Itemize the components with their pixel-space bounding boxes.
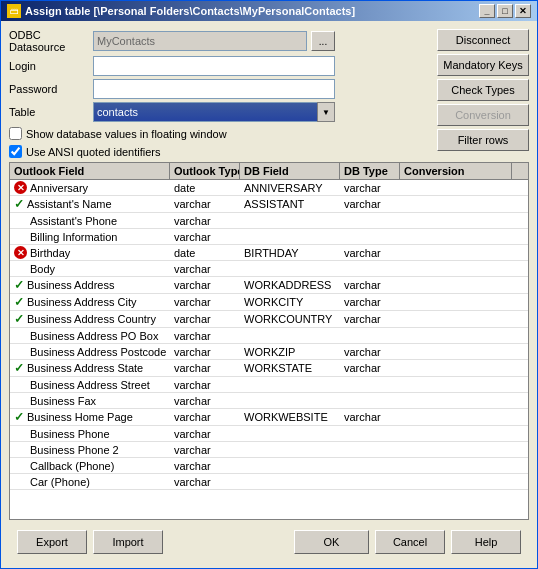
help-button[interactable]: Help bbox=[451, 530, 521, 554]
table-row[interactable]: Billing Information varchar bbox=[10, 229, 528, 245]
cell-conversion bbox=[400, 416, 528, 418]
table-row[interactable]: ✓ Business Address State varchar WORKSTA… bbox=[10, 360, 528, 377]
check-icon: ✓ bbox=[14, 278, 24, 292]
cell-outlook-field: Billing Information bbox=[10, 229, 170, 244]
cell-db-field bbox=[240, 449, 340, 451]
odbc-label: ODBC Datasource bbox=[9, 29, 89, 53]
cell-outlook-field: Business Address Postcode bbox=[10, 344, 170, 359]
table-select[interactable]: contacts bbox=[93, 102, 335, 122]
cell-db-type bbox=[340, 220, 400, 222]
cell-outlook-type: varchar bbox=[170, 197, 240, 211]
check-icon: ✓ bbox=[14, 197, 24, 211]
cell-db-type: varchar bbox=[340, 246, 400, 260]
cell-db-type: varchar bbox=[340, 361, 400, 375]
cell-db-field bbox=[240, 481, 340, 483]
export-button[interactable]: Export bbox=[17, 530, 87, 554]
password-row: Password bbox=[9, 79, 335, 99]
table-row[interactable]: Business Phone 2 varchar bbox=[10, 442, 528, 458]
filter-rows-button[interactable]: Filter rows bbox=[437, 129, 529, 151]
blank-icon bbox=[14, 394, 27, 407]
password-input[interactable] bbox=[93, 79, 335, 99]
floating-window-checkbox[interactable] bbox=[9, 127, 22, 140]
cell-db-type bbox=[340, 449, 400, 451]
cell-conversion bbox=[400, 236, 528, 238]
cell-conversion bbox=[400, 301, 528, 303]
cell-outlook-field: ✓ Business Address bbox=[10, 277, 170, 293]
odbc-input[interactable] bbox=[93, 31, 307, 51]
cell-db-field: BIRTHDAY bbox=[240, 246, 340, 260]
cell-conversion bbox=[400, 351, 528, 353]
import-button[interactable]: Import bbox=[93, 530, 163, 554]
table-row[interactable]: Business Fax varchar bbox=[10, 393, 528, 409]
browse-button[interactable]: ... bbox=[311, 31, 335, 51]
cell-db-field: ASSISTANT bbox=[240, 197, 340, 211]
table-row[interactable]: Business Address Street varchar bbox=[10, 377, 528, 393]
table-row[interactable]: ✕ Birthday date BIRTHDAY varchar bbox=[10, 245, 528, 261]
title-controls: _ □ ✕ bbox=[479, 4, 531, 18]
cell-outlook-field: Body bbox=[10, 261, 170, 276]
cancel-button[interactable]: Cancel bbox=[375, 530, 445, 554]
cell-conversion bbox=[400, 465, 528, 467]
col-conversion: Conversion bbox=[400, 163, 512, 179]
maximize-button[interactable]: □ bbox=[497, 4, 513, 18]
table-row[interactable]: Business Phone varchar bbox=[10, 426, 528, 442]
table-body[interactable]: ✕ Anniversary date ANNIVERSARY varchar ✓… bbox=[10, 180, 528, 519]
minimize-button[interactable]: _ bbox=[479, 4, 495, 18]
cell-outlook-field: Business Fax bbox=[10, 393, 170, 408]
scrollbar-spacer bbox=[512, 163, 528, 179]
table-row[interactable]: ✓ Assistant's Name varchar ASSISTANT var… bbox=[10, 196, 528, 213]
cell-outlook-field: ✓ Assistant's Name bbox=[10, 196, 170, 212]
disconnect-button[interactable]: Disconnect bbox=[437, 29, 529, 51]
cell-db-field bbox=[240, 335, 340, 337]
ansi-quoted-checkbox[interactable] bbox=[9, 145, 22, 158]
cell-conversion bbox=[400, 252, 528, 254]
blank-icon bbox=[14, 329, 27, 342]
content-area: ODBC Datasource ... Login Password Table bbox=[1, 21, 537, 568]
cell-db-field bbox=[240, 465, 340, 467]
cell-outlook-field: Business Phone 2 bbox=[10, 442, 170, 457]
bottom-left-buttons: Export Import bbox=[17, 530, 163, 554]
cell-db-type bbox=[340, 481, 400, 483]
cell-db-type bbox=[340, 465, 400, 467]
table-row[interactable]: Body varchar bbox=[10, 261, 528, 277]
cell-db-field: WORKADDRESS bbox=[240, 278, 340, 292]
table-row[interactable]: ✓ Business Home Page varchar WORKWEBSITE… bbox=[10, 409, 528, 426]
table-row[interactable]: ✓ Business Address City varchar WORKCITY… bbox=[10, 294, 528, 311]
table-header: Outlook Field Outlook Type DB Field DB T… bbox=[10, 163, 528, 180]
bottom-right-buttons: OK Cancel Help bbox=[294, 530, 521, 554]
cell-outlook-type: varchar bbox=[170, 329, 240, 343]
table-row[interactable]: Business Address Postcode varchar WORKZI… bbox=[10, 344, 528, 360]
table-row[interactable]: ✓ Business Address varchar WORKADDRESS v… bbox=[10, 277, 528, 294]
conversion-button[interactable]: Conversion bbox=[437, 104, 529, 126]
title-bar-left: 🗃 Assign table [\Personal Folders\Contac… bbox=[7, 4, 355, 18]
table-row[interactable]: Callback (Phone) varchar bbox=[10, 458, 528, 474]
cell-conversion bbox=[400, 384, 528, 386]
table-row[interactable]: ✓ Business Address Country varchar WORKC… bbox=[10, 311, 528, 328]
cell-outlook-type: varchar bbox=[170, 361, 240, 375]
table-row[interactable]: Business Address PO Box varchar bbox=[10, 328, 528, 344]
login-input[interactable] bbox=[93, 56, 335, 76]
table-row[interactable]: ✕ Anniversary date ANNIVERSARY varchar bbox=[10, 180, 528, 196]
cell-outlook-field: ✓ Business Address City bbox=[10, 294, 170, 310]
window-icon: 🗃 bbox=[7, 4, 21, 18]
left-form: ODBC Datasource ... Login Password Table bbox=[9, 29, 335, 158]
cell-conversion bbox=[400, 318, 528, 320]
table-row[interactable]: Assistant's Phone varchar bbox=[10, 213, 528, 229]
cell-outlook-field: Business Address PO Box bbox=[10, 328, 170, 343]
blank-icon bbox=[14, 214, 27, 227]
cell-db-type: varchar bbox=[340, 197, 400, 211]
ok-button[interactable]: OK bbox=[294, 530, 369, 554]
col-db-type: DB Type bbox=[340, 163, 400, 179]
error-icon: ✕ bbox=[14, 246, 27, 259]
cell-db-field: WORKCOUNTRY bbox=[240, 312, 340, 326]
table-row[interactable]: Car (Phone) varchar bbox=[10, 474, 528, 490]
mandatory-keys-button[interactable]: Mandatory Keys bbox=[437, 54, 529, 76]
cell-conversion bbox=[400, 203, 528, 205]
blank-icon bbox=[14, 262, 27, 275]
checkbox2-label: Use ANSI quoted identifiers bbox=[26, 146, 161, 158]
checkbox1-label: Show database values in floating window bbox=[26, 128, 227, 140]
close-button[interactable]: ✕ bbox=[515, 4, 531, 18]
cell-outlook-type: varchar bbox=[170, 427, 240, 441]
data-table-area: Outlook Field Outlook Type DB Field DB T… bbox=[9, 162, 529, 520]
check-types-button[interactable]: Check Types bbox=[437, 79, 529, 101]
